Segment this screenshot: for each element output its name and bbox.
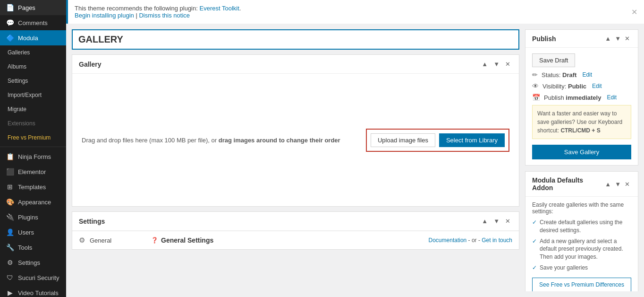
documentation-link[interactable]: Documentation [429,237,467,244]
upload-image-button[interactable]: Upload image files [371,133,435,147]
sidebar-item-plugins[interactable]: 🔌 Plugins [0,210,66,225]
modula-defaults-controls: ▲ ▼ ✕ [603,180,631,188]
settings-collapse-up-btn[interactable]: ▲ [480,217,490,226]
gallery-title-input[interactable] [72,29,519,50]
notice-plugin-link[interactable]: Everest Toolkit [199,5,239,12]
visibility-row: 👁 Visibility: Public Edit [532,82,631,90]
settings-general-row: ⚙ General ❓ General Settings Documentati… [72,231,519,249]
sidebar-item-appearance[interactable]: 🎨 Appearance [0,194,66,210]
select-from-library-button[interactable]: Select from Library [439,133,505,147]
gear-icon: ⚙ [79,236,85,245]
modula-defaults-title: Modula Defaults Addon [532,176,603,192]
check-icon-1: ✓ [532,218,537,227]
visibility-icon: 👁 [532,82,539,90]
status-row: ✏ Status: Draft Edit [532,71,631,79]
get-in-touch-link[interactable]: Get in touch [482,237,512,244]
publish-up-btn[interactable]: ▲ [603,35,612,43]
notice-dismiss-link[interactable]: Dismiss this notice [139,12,190,19]
free-vs-premium-button[interactable]: See Free vs Premium Differences [532,278,631,291]
gallery-collapse-up-btn[interactable]: ▲ [480,60,490,69]
tools-icon: 🔧 [6,244,14,251]
settings-general-label: General [90,237,146,244]
appearance-icon: 🎨 [6,198,14,206]
sidebar-item-users[interactable]: 👤 Users [0,225,66,240]
sucuri-icon: 🛡 [6,274,14,281]
gallery-header-controls: ▲ ▼ ✕ [480,60,512,69]
publish-down-btn[interactable]: ▼ [613,35,622,43]
gallery-collapse-down-btn[interactable]: ▼ [491,60,501,69]
sidebar-item-comments[interactable]: 💬 Comments [0,15,66,30]
gallery-section-card: Gallery ▲ ▼ ✕ Drag and drop files here (… [72,54,519,207]
publish-card-controls: ▲ ▼ ✕ [603,35,631,43]
sidebar-item-settings[interactable]: Settings [0,74,66,88]
sidebar-item-ninja-forms[interactable]: 📋 Ninja Forms [0,149,66,164]
settings-icon: ⚙ [6,259,14,266]
publish-card: Publish ▲ ▼ ✕ Save Draft ✏ Status: Draft… [525,29,638,166]
sidebar-item-albums[interactable]: Albums [0,60,66,74]
settings-collapse-down-btn[interactable]: ▼ [491,217,501,226]
publish-title: Publish [532,35,556,43]
publish-edit-link[interactable]: Edit [607,94,617,101]
notice-text: This theme recommends the following plug… [75,5,241,19]
gallery-actions: Upload image files Select from Library [366,129,509,152]
modula-close-btn[interactable]: ✕ [623,180,631,188]
save-draft-button[interactable]: Save Draft [532,53,575,67]
question-icon: ❓ [151,237,158,244]
users-icon: 👤 [6,228,14,236]
gallery-dropzone: Drag and drop files here (max 100 MB per… [72,74,519,206]
settings-section-card: Settings ▲ ▼ ✕ ⚙ General ❓ General Setti… [72,211,519,250]
sidebar-item-free-vs-premium[interactable]: Free vs Premium [0,131,66,145]
sidebar-item-settings2[interactable]: ⚙ Settings [0,255,66,270]
sidebar-item-tools[interactable]: 🔧 Tools [0,240,66,255]
save-gallery-button[interactable]: Save Gallery [532,145,631,159]
left-panel: Gallery ▲ ▼ ✕ Drag and drop files here (… [72,29,519,291]
ninja-forms-icon: 📋 [6,153,14,160]
settings-section-header: Settings ▲ ▼ ✕ [72,212,519,231]
sidebar-item-pages[interactable]: 📄 Pages [0,0,66,15]
right-panel: Publish ▲ ▼ ✕ Save Draft ✏ Status: Draft… [525,29,638,291]
gallery-dropzone-text: Drag and drop files here (max 100 MB per… [82,137,340,144]
visibility-edit-link[interactable]: Edit [592,83,602,89]
gallery-section-header: Gallery ▲ ▼ ✕ [72,55,519,74]
sidebar-item-migrate[interactable]: Migrate [0,102,66,116]
sidebar-item-video-tutorials[interactable]: ▶ Video Tutorials [0,285,66,297]
pages-icon: 📄 [6,4,14,11]
gallery-section-title: Gallery [79,61,101,68]
publish-card-body: Save Draft ✏ Status: Draft Edit 👁 Visibi… [525,48,638,165]
status-edit-link[interactable]: Edit [582,71,592,78]
settings-close-btn[interactable]: ✕ [503,217,512,226]
modula-down-btn[interactable]: ▼ [613,180,622,188]
sidebar-item-templates[interactable]: ⊞ Templates [0,179,66,194]
publish-close-btn[interactable]: ✕ [623,35,631,43]
templates-icon: ⊞ [6,183,14,191]
publish-time-row: 📅 Publish immediately Edit [532,94,631,101]
calendar-icon: 📅 [532,94,540,101]
status-icon: ✏ [532,71,538,79]
publish-card-header: Publish ▲ ▼ ✕ [525,30,638,48]
video-icon: ▶ [6,289,14,297]
main-content: This theme recommends the following plug… [66,0,644,297]
notice-close-button[interactable]: ✕ [631,8,637,17]
sidebar-item-modula[interactable]: 🔷 Modula [0,30,66,45]
settings-section-title: Settings [79,218,105,225]
sidebar-item-import-export[interactable]: Import/Export [0,88,66,102]
modula-defaults-header: Modula Defaults Addon ▲ ▼ ✕ [525,172,638,197]
check-icon-2: ✓ [532,237,537,245]
check-icon-3: ✓ [532,264,537,272]
sidebar-item-sucuri[interactable]: 🛡 Sucuri Security [0,270,66,285]
modula-defaults-card: Modula Defaults Addon ▲ ▼ ✕ Easily creat… [525,171,638,291]
comments-icon: 💬 [6,19,14,26]
notice-bar: This theme recommends the following plug… [66,0,644,24]
sidebar-item-extensions: Extensions [0,116,66,131]
sidebar-item-elementor[interactable]: ⬛ Elementor [0,164,66,179]
modula-defaults-intro: Easily create galleries with the same se… [532,201,631,215]
sidebar: 📄 Pages 💬 Comments 🔷 Modula Galleries Al… [0,0,66,297]
gallery-close-btn[interactable]: ✕ [503,60,512,69]
sidebar-item-galleries[interactable]: Galleries [0,45,66,60]
notice-install-link[interactable]: Begin installing plugin [75,12,134,19]
modula-up-btn[interactable]: ▲ [603,180,612,188]
list-item: ✓ Save your galleries [532,264,631,272]
settings-links: Documentation - or - Get in touch [429,237,512,244]
elementor-icon: ⬛ [6,168,14,175]
modula-defaults-body: Easily create galleries with the same se… [525,197,638,291]
